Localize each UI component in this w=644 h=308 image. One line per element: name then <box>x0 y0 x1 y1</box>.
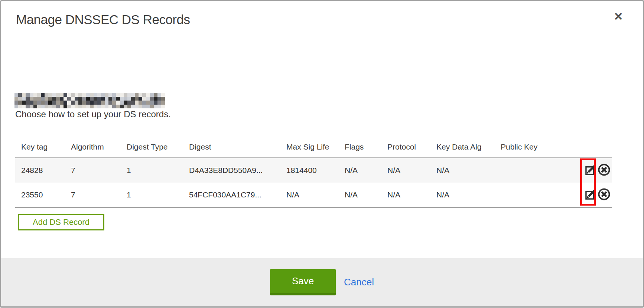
column-header: Digest <box>183 142 280 151</box>
cell-digest-type: 1 <box>121 190 183 199</box>
column-header: Algorithm <box>65 142 121 151</box>
close-button[interactable]: ✕ <box>611 9 626 24</box>
column-header: Flags <box>339 142 381 151</box>
column-header: Digest Type <box>121 142 183 151</box>
ds-records-table: Key tagAlgorithmDigest TypeDigestMax Sig… <box>15 137 612 208</box>
column-header: Key Data Alg <box>430 142 495 151</box>
cell-digest: D4A33E8DD550A9... <box>183 166 280 175</box>
delete-record-button[interactable] <box>598 163 611 177</box>
cell-max-sig-life: 1814400 <box>280 166 339 175</box>
page-title: Manage DNSSEC DS Records <box>16 12 190 27</box>
save-button[interactable]: Save <box>270 269 336 295</box>
edit-record-button[interactable] <box>585 164 596 177</box>
cell-key-tag: 23550 <box>15 190 65 199</box>
cell-key-data-alg: N/A <box>430 190 495 199</box>
column-header: Max Sig Life <box>280 142 339 151</box>
cancel-link[interactable]: Cancel <box>344 276 374 288</box>
column-header: Protocol <box>381 142 430 151</box>
row-actions <box>578 163 612 177</box>
cell-flags: N/A <box>339 166 381 175</box>
close-icon: ✕ <box>614 10 623 23</box>
cell-algorithm: 7 <box>65 190 121 199</box>
cell-algorithm: 7 <box>65 166 121 175</box>
column-header: Public Key <box>495 142 578 151</box>
edit-icon <box>585 189 596 201</box>
manage-dnssec-modal: Manage DNSSEC DS Records ✕ Choose how to… <box>0 0 644 308</box>
edit-icon <box>585 164 596 177</box>
table-row: 2482871D4A33E8DD550A9...1814400N/AN/AN/A <box>15 157 612 183</box>
row-actions <box>578 188 612 202</box>
footer-bar: Save Cancel <box>1 258 643 306</box>
setup-instruction: Choose how to set up your DS records. <box>15 109 171 119</box>
table-header-row: Key tagAlgorithmDigest TypeDigestMax Sig… <box>15 137 612 157</box>
add-ds-record-button[interactable]: Add DS Record <box>18 214 104 230</box>
edit-record-button[interactable] <box>585 189 596 201</box>
column-header: Key tag <box>15 142 65 151</box>
redacted-domain <box>14 93 165 108</box>
delete-icon <box>598 188 611 202</box>
cell-protocol: N/A <box>381 166 430 175</box>
delete-record-button[interactable] <box>598 188 611 202</box>
cell-flags: N/A <box>339 190 381 199</box>
cell-max-sig-life: N/A <box>280 190 339 199</box>
table-row: 235507154FCF030AA1C79...N/AN/AN/AN/A <box>15 183 612 208</box>
cell-digest: 54FCF030AA1C79... <box>183 190 280 199</box>
cell-key-tag: 24828 <box>15 166 65 175</box>
cell-key-data-alg: N/A <box>430 166 495 175</box>
delete-icon <box>598 163 611 177</box>
cell-digest-type: 1 <box>121 166 183 175</box>
cell-protocol: N/A <box>381 190 430 199</box>
